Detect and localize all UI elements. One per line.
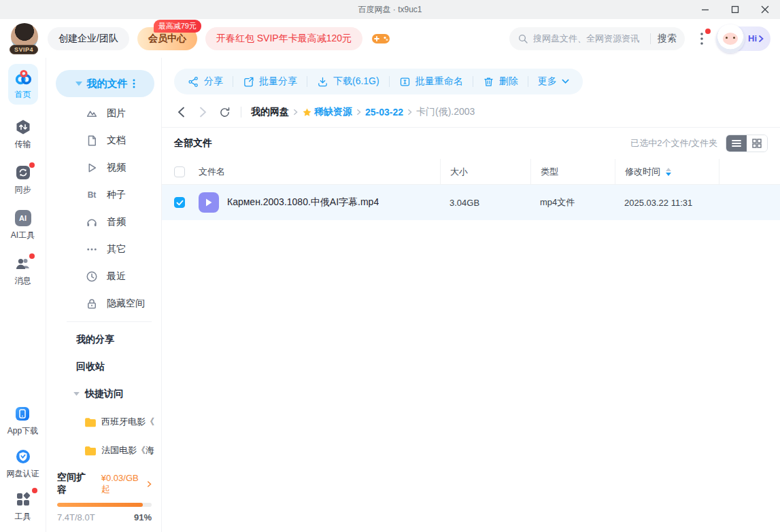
column-header-size[interactable]: 大小: [440, 159, 530, 184]
breadcrumb-starred-folder[interactable]: 稀缺资源: [302, 106, 352, 118]
minimize-icon: [701, 5, 709, 14]
window-controls: [690, 0, 780, 19]
grid-view-button[interactable]: [747, 135, 767, 152]
download-button[interactable]: 下载(6.1G): [317, 75, 379, 88]
minimize-button[interactable]: [690, 0, 720, 19]
chevron-down-icon: [562, 79, 569, 84]
file-list-empty-area: [162, 220, 780, 532]
sidebar-item-my-shares[interactable]: 我的分享: [56, 326, 154, 353]
sidebar-item-my-files[interactable]: 我的文件: [56, 70, 154, 97]
close-button[interactable]: [750, 0, 780, 19]
view-toggle: [726, 135, 768, 152]
download-icon: [317, 76, 328, 88]
quick-folder-label: 西班牙电影《...: [101, 416, 154, 428]
column-header-modified[interactable]: 修改时间: [615, 159, 719, 184]
breadcrumb-date-folder[interactable]: 25-03-22: [365, 107, 403, 118]
rail-item-verification[interactable]: 网盘认证: [7, 448, 39, 480]
storage-upgrade-link[interactable]: ¥0.03/GB起: [101, 473, 152, 495]
sidebar-item-recent[interactable]: 最近: [56, 263, 154, 290]
user-avatar[interactable]: SVIP4: [11, 23, 39, 54]
refresh-button[interactable]: [218, 105, 231, 119]
breadcrumb-root[interactable]: 我的网盘: [251, 106, 289, 118]
kebab-menu-icon: [700, 33, 703, 45]
messages-badge-dot: [29, 253, 35, 259]
quick-folder-french-movie[interactable]: 法国电影《海...: [56, 436, 154, 465]
sidebar-item-recycle-bin[interactable]: 回收站: [56, 353, 154, 380]
vip-center-button[interactable]: 会员中心 最高减79元: [137, 27, 197, 50]
column-header-type[interactable]: 类型: [530, 159, 615, 184]
sidebar-item-images[interactable]: 图片: [56, 100, 154, 127]
sidebar-item-audio[interactable]: 音频: [56, 209, 154, 236]
search-input[interactable]: [533, 33, 647, 43]
column-header-name[interactable]: 文件名: [199, 166, 225, 178]
file-toolbar: 分享 批量分享: [174, 69, 583, 94]
toolbar-label: 下载(6.1G): [333, 75, 379, 88]
breadcrumb-row: 我的网盘 稀缺资源 25-03-22 卡门(俄).2003: [162, 101, 780, 127]
all-files-title: 全部文件: [174, 137, 212, 149]
search-button[interactable]: 搜索: [658, 33, 677, 45]
forward-icon: [199, 107, 207, 118]
storage-percent: 91%: [134, 512, 152, 522]
file-size: 3.04GB: [440, 198, 530, 208]
promo-banner[interactable]: 开春红包 SVIP年卡最高减120元: [205, 27, 362, 50]
table-row[interactable]: Кармен.2003.1080.中俄AI字幕.mp4 3.04GB mp4文件…: [162, 185, 780, 220]
sidebar-item-label: 种子: [107, 189, 126, 201]
delete-button[interactable]: 删除: [483, 75, 518, 88]
breadcrumb-divider: [241, 107, 241, 118]
sync-icon: [14, 164, 32, 181]
select-all-checkbox[interactable]: [174, 166, 185, 177]
breadcrumb-current: 卡门(俄).2003: [416, 106, 475, 118]
batch-share-icon: [243, 76, 254, 88]
search-icon: [518, 33, 528, 44]
app-download-icon: [14, 405, 31, 423]
sidebar-item-videos[interactable]: 视频: [56, 154, 154, 181]
ai-assistant-button[interactable]: Hi: [719, 26, 770, 51]
toolbar-separator: [389, 76, 390, 87]
maximize-icon: [731, 5, 739, 14]
back-button[interactable]: [174, 105, 188, 119]
sidebar-item-hidden-space[interactable]: 隐藏空间: [56, 290, 154, 317]
rail-item-home[interactable]: 首页: [8, 64, 38, 105]
maximize-button[interactable]: [720, 0, 750, 19]
create-team-button[interactable]: 创建企业/团队: [48, 27, 129, 50]
forward-button[interactable]: [196, 105, 209, 119]
more-menu-button[interactable]: [693, 27, 711, 50]
sidebar-item-torrents[interactable]: Bt 种子: [56, 181, 154, 209]
quick-folder-spanish-movie[interactable]: 西班牙电影《...: [56, 408, 154, 436]
toolbar-label: 批量分享: [259, 75, 297, 88]
share-button[interactable]: 分享: [188, 75, 223, 88]
more-button[interactable]: 更多: [538, 75, 569, 88]
toolbar-label: 更多: [538, 75, 557, 88]
rail-item-app-download[interactable]: App下载: [7, 405, 38, 437]
rail-label: AI工具: [11, 230, 35, 241]
sort-icon[interactable]: [666, 168, 671, 176]
messages-icon: [14, 255, 32, 272]
rail-item-messages[interactable]: 消息: [14, 255, 32, 287]
category-list: 图片 文档 视频 Bt 种子: [56, 100, 154, 317]
kebab-menu-icon[interactable]: [133, 79, 135, 88]
batch-rename-button[interactable]: 批量重命名: [399, 75, 463, 88]
my-files-label: 我的文件: [87, 77, 128, 90]
search-box[interactable]: 搜索: [509, 27, 685, 50]
file-name[interactable]: Кармен.2003.1080.中俄AI字幕.mp4: [227, 196, 379, 209]
other-dots-icon: [86, 243, 98, 255]
sidebar-item-quick-access[interactable]: 快捷访问: [56, 380, 154, 408]
gamepad-icon[interactable]: [371, 31, 391, 47]
row-checkbox[interactable]: [174, 197, 185, 208]
sidebar-item-other[interactable]: 其它: [56, 236, 154, 263]
star-icon: [302, 107, 312, 118]
rail-item-ai-tools[interactable]: AI AI工具: [11, 209, 35, 241]
rail-item-sync[interactable]: 同步: [14, 164, 32, 196]
grid-view-icon: [752, 139, 762, 148]
storage-progress-fill: [57, 503, 143, 507]
document-icon: [86, 135, 98, 147]
rail-label: 工具: [15, 511, 31, 522]
rail-item-transfer[interactable]: 传输: [14, 118, 32, 150]
list-view-button[interactable]: [726, 135, 747, 152]
breadcrumb-separator-icon: [407, 109, 412, 116]
rail-item-tools[interactable]: 工具: [14, 491, 32, 522]
vip-center-label: 会员中心: [148, 33, 186, 45]
sidebar-item-label: 视频: [107, 162, 126, 174]
batch-share-button[interactable]: 批量分享: [243, 75, 297, 88]
sidebar-item-documents[interactable]: 文档: [56, 127, 154, 154]
